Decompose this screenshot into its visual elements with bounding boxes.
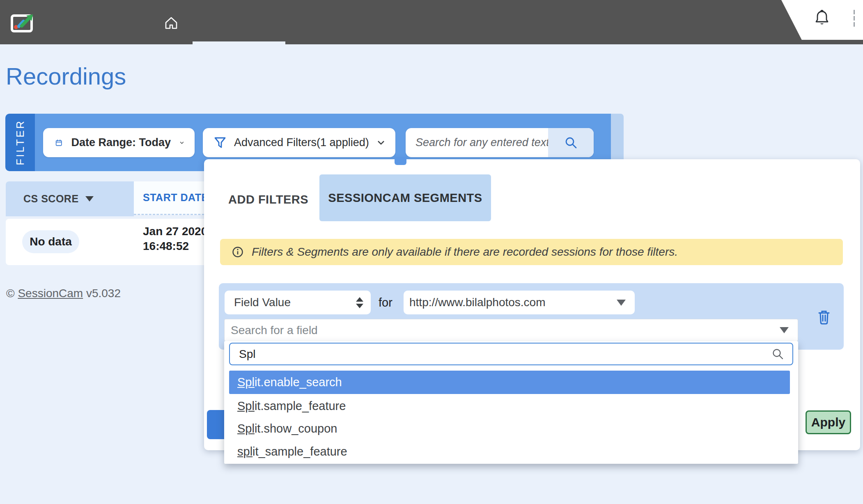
home-icon[interactable] (164, 16, 178, 30)
field-option[interactable]: Split.sample_feature (229, 395, 790, 417)
select-caret-icon (617, 300, 626, 306)
advanced-filters-label: Advanced Filters(1 applied) (234, 136, 369, 149)
search-placeholder: Search for any entered text (415, 136, 549, 149)
spinner-updown-icon (356, 297, 363, 308)
filter-tab-label: FILTER (14, 119, 27, 165)
footer-copyright: © SessionCam v5.032 (6, 287, 121, 300)
sessioncam-link[interactable]: SessionCam (18, 287, 83, 300)
field-search-combobox[interactable]: Search for a field (224, 319, 798, 341)
funnel-icon (214, 137, 226, 149)
date-range-label: Date Range: Today (71, 136, 171, 149)
search-submit-button[interactable] (548, 128, 594, 157)
calendar-icon (55, 136, 62, 149)
menu-dashes-icon[interactable] (854, 8, 855, 28)
target-site-select[interactable]: http://www.bilalphotos.com (404, 291, 635, 314)
field-query-value: Spl (239, 348, 255, 361)
tab-sessioncam-segments[interactable]: SESSIONCAM SEGMENTS (319, 174, 491, 221)
hidden-segment-button[interactable] (207, 410, 225, 439)
field-combobox-placeholder: Search for a field (231, 324, 318, 337)
start-date-label: START DATE (143, 192, 209, 204)
recordings-page: SessionCam Recordings Page Analysis Heat… (0, 0, 863, 504)
field-option-selected[interactable]: Split.enable_search (229, 371, 790, 394)
bell-icon[interactable] (815, 10, 829, 27)
active-nav-indicator (193, 41, 285, 44)
cs-score-badge: No data (22, 230, 79, 253)
date-range-button[interactable]: Date Range: Today (43, 128, 195, 157)
apply-button-label: Apply (811, 415, 845, 429)
text-search-input[interactable]: Search for any entered text (406, 128, 594, 157)
panel-connector-notch (395, 157, 406, 165)
version-text: v5.032 (83, 287, 121, 300)
banner-message: Filters & Segments are only available if… (252, 245, 678, 259)
top-nav (0, 0, 863, 44)
tab-add-filters[interactable]: ADD FILTERS (228, 190, 308, 209)
column-header-start-date[interactable]: START DATE (134, 181, 212, 215)
field-type-select[interactable]: Field Value (225, 291, 371, 314)
chevron-down-icon (377, 140, 385, 145)
field-option[interactable]: Split.show_coupon (229, 417, 790, 440)
page-title: Recordings (6, 62, 126, 90)
info-icon (232, 246, 243, 258)
field-type-value: Field Value (234, 296, 291, 309)
copyright-symbol: © (6, 287, 18, 300)
search-icon (565, 136, 578, 149)
cs-score-label: CS SCORE (23, 193, 79, 205)
target-site-value: http://www.bilalphotos.com (409, 296, 546, 309)
search-icon (772, 348, 784, 360)
apply-button[interactable]: Apply (806, 410, 851, 434)
field-option[interactable]: split_sample_feature (229, 440, 790, 463)
connector-label: for (379, 291, 392, 314)
select-caret-icon (780, 327, 789, 333)
info-banner: Filters & Segments are only available if… (220, 239, 843, 265)
advanced-filters-button[interactable]: Advanced Filters(1 applied) (203, 128, 395, 157)
field-query-input[interactable]: Spl (229, 343, 793, 365)
sort-desc-icon[interactable] (85, 196, 94, 202)
sessioncam-logo-icon[interactable] (11, 12, 34, 33)
trash-icon[interactable] (817, 310, 831, 325)
column-header-cs-score[interactable]: CS SCORE (6, 181, 134, 216)
chevron-down-icon (180, 140, 184, 145)
filter-tab[interactable]: FILTER (5, 114, 35, 171)
segments-tab-label: SESSIONCAM SEGMENTS (328, 191, 482, 205)
